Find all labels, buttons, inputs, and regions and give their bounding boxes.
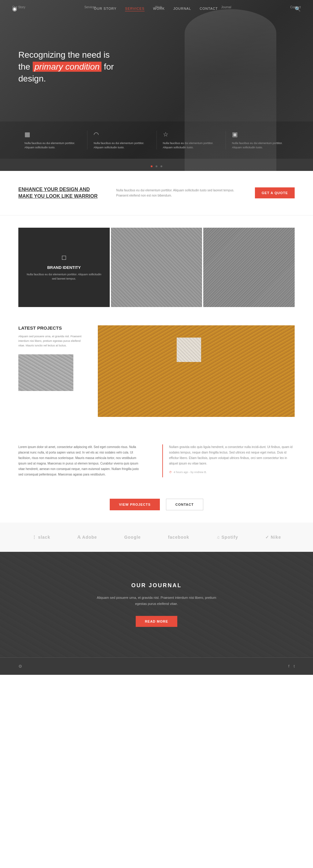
get-quote-button[interactable]: GET A QUOTE: [255, 187, 295, 198]
view-projects-button[interactable]: VIEW PROJECTS: [110, 499, 160, 510]
hero-feature-text-1: Nulla faucibus eu dui elementum porttito…: [93, 141, 150, 150]
photo-placeholder-2: [203, 228, 295, 307]
client-slack: ⋮ slack: [32, 535, 51, 539]
client-google: Google: [124, 535, 141, 539]
footer-social: f t: [288, 664, 295, 669]
hero-feature-1: ◠ Nulla faucibus eu dui elementum portti…: [87, 131, 156, 150]
portfolio-title-0: BRAND IDENTITY: [47, 265, 81, 270]
facebook-icon[interactable]: f: [288, 664, 289, 669]
enhance-body: Nulla faucibus eu dui elementum porttito…: [116, 188, 236, 198]
quote-meta-text: 4 hours ago - by Andrew B.: [174, 471, 207, 474]
text-right-body: Nullam gravida odio quis ligula hendreri…: [169, 444, 295, 466]
brand-icon: □: [62, 254, 66, 261]
dot-1[interactable]: [155, 165, 158, 167]
enhance-heading-underline: WARRIOR: [74, 193, 97, 199]
projects-left: LATEST PROJECTS Aliquam sed posuere urna…: [18, 326, 86, 391]
clock-icon: ⏱: [169, 471, 172, 474]
enhance-section: ENHANCE YOUR DESIGN AND MAKE YOU LOOK LI…: [0, 171, 313, 215]
projects-section: LATEST PROJECTS Aliquam sed posuere urna…: [0, 319, 313, 429]
pixelated-face: [177, 338, 201, 362]
text-actions: VIEW PROJECTS CONTACT: [0, 493, 313, 523]
portfolio-item-brand[interactable]: □ BRAND IDENTITY Nulla faucibus eu dui e…: [18, 228, 110, 307]
footer-link-contact[interactable]: Contact: [290, 5, 301, 9]
hero-heading: Recognizing the need is the primary cond…: [18, 49, 141, 85]
clients-section: ⋮ slack 𝔸 Adobe Google facebook ♫ Spotif…: [0, 523, 313, 552]
journal-section: OUR JOURNAL Aliquam sed posuere urna, et…: [0, 552, 313, 658]
footer-nav: Our Story Services Work Journal Contact: [0, 0, 313, 14]
portfolio-overlay-brand: □ BRAND IDENTITY Nulla faucibus eu dui e…: [18, 228, 110, 307]
hero-highlight: primary condition: [33, 62, 102, 72]
portfolio-desc-0: Nulla faucibus eu dui elementum porttito…: [24, 272, 104, 281]
hero-feature-0: ▦ Nulla faucibus eu dui elementum portti…: [18, 131, 87, 150]
client-spotify: ♫ Spotify: [217, 535, 238, 539]
projects-next-button[interactable]: ›: [300, 368, 307, 375]
projects-heading: LATEST PROJECTS: [18, 326, 86, 331]
projects-prev-button[interactable]: ‹: [86, 368, 93, 375]
hero-feature-text-0: Nulla faucibus eu dui elementum porttito…: [24, 141, 81, 150]
dot-active[interactable]: [151, 165, 152, 167]
text-section: Lorem ipsum dolor sit amet, consectetur …: [0, 429, 313, 493]
footer: ⚙ Our Story Services Work Journal Contac…: [0, 657, 313, 675]
twitter-icon[interactable]: t: [294, 664, 295, 669]
footer-link-ourstory[interactable]: Our Story: [12, 5, 25, 9]
footer-link-journal[interactable]: Journal: [221, 5, 231, 9]
client-nike: ✓ Nike: [265, 535, 281, 539]
photo-placeholder-1: [111, 228, 202, 307]
footer-link-work[interactable]: Work: [155, 5, 162, 9]
journal-content: OUR JOURNAL Aliquam sed posuere urna, et…: [18, 582, 295, 627]
hero-heading-plain: Recognizing the need is: [18, 50, 110, 60]
portfolio-item-photo1[interactable]: [111, 228, 202, 307]
monitor-icon: ◠: [93, 131, 150, 138]
footer-link-services[interactable]: Services: [84, 5, 96, 9]
dot-2[interactable]: [161, 165, 162, 167]
hero-section: Recognizing the need is the primary cond…: [0, 0, 313, 171]
contact-button[interactable]: CONTACT: [166, 499, 203, 510]
project-thumbnail[interactable]: [18, 354, 74, 391]
client-facebook: facebook: [168, 535, 189, 539]
hero-person-silhouette: [184, 9, 276, 171]
client-adobe: 𝔸 Adobe: [77, 535, 97, 539]
journal-heading: OUR JOURNAL: [18, 582, 295, 589]
text-col-left: Lorem ipsum dolor sit amet, consectetur …: [18, 444, 144, 477]
footer-settings-icon[interactable]: ⚙: [18, 664, 22, 669]
projects-body: Aliquam sed posuere urna, et gravida nis…: [18, 334, 86, 348]
enhance-body-text: Nulla faucibus eu dui elementum porttito…: [116, 188, 236, 198]
portfolio-grid: □ BRAND IDENTITY Nulla faucibus eu dui e…: [0, 215, 313, 319]
presentation-icon: ▦: [24, 131, 81, 138]
image-icon: ▣: [232, 131, 289, 138]
journal-body: Aliquam sed posuere urna, et gravida nis…: [95, 595, 218, 607]
portfolio-item-photo2[interactable]: [203, 228, 295, 307]
star-icon: ☆: [163, 131, 220, 138]
read-more-button[interactable]: READ MORE: [136, 616, 177, 627]
projects-right: ‹ ›: [98, 326, 295, 417]
project-main-photo: [98, 326, 295, 417]
text-left-body: Lorem ipsum dolor sit amet, consectetur …: [18, 444, 144, 477]
quote-meta: ⏱ 4 hours ago - by Andrew B.: [169, 471, 295, 474]
enhance-heading: ENHANCE YOUR DESIGN AND MAKE YOU LOOK LI…: [18, 186, 98, 200]
text-col-right-quote: Nullam gravida odio quis ligula hendreri…: [162, 444, 295, 477]
